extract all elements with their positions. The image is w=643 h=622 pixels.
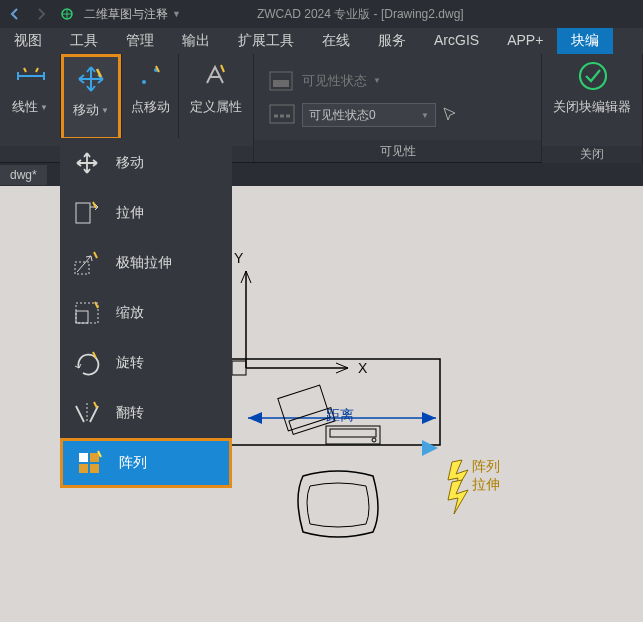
pointmove-icon: [134, 60, 166, 92]
linear-button[interactable]: 线性▼: [0, 54, 60, 146]
move-label: 移动: [73, 101, 99, 119]
dropdown-stretch-label: 拉伸: [116, 204, 144, 222]
dropdown-flip[interactable]: 翻转: [60, 388, 232, 438]
menu-blockedit[interactable]: 块编: [557, 28, 613, 54]
menu-output[interactable]: 输出: [168, 28, 224, 54]
defattr-button[interactable]: 定义属性: [179, 54, 253, 146]
svg-rect-18: [75, 262, 89, 274]
dropdown-rotate-label: 旋转: [116, 354, 144, 372]
check-circle-icon: [576, 60, 608, 92]
dropdown-scale-label: 缩放: [116, 304, 144, 322]
visstate-button[interactable]: 可见性状态 ▼: [262, 65, 470, 97]
array-canvas-label: 阵列: [472, 458, 500, 476]
pointmove-button[interactable]: 点移动: [122, 54, 178, 146]
svg-rect-12: [278, 385, 330, 431]
svg-rect-5: [270, 105, 294, 123]
dropdown-stretch[interactable]: 拉伸: [60, 188, 232, 238]
svg-rect-15: [330, 429, 376, 437]
stretch-icon: [72, 198, 102, 228]
svg-rect-17: [76, 203, 90, 223]
svg-rect-7: [230, 359, 440, 445]
workspace-dropdown[interactable]: 二维草图与注释▼: [84, 6, 181, 23]
workspace-icon[interactable]: [58, 5, 76, 23]
chevron-down-icon: ▼: [101, 106, 109, 115]
axis-y-label: Y: [234, 250, 243, 266]
svg-rect-24: [90, 464, 99, 473]
dropdown-rotate[interactable]: 旋转: [60, 338, 232, 388]
move-icon: [75, 63, 107, 95]
svg-rect-23: [79, 464, 88, 473]
chevron-down-icon: ▼: [421, 111, 429, 120]
chevron-down-icon: ▼: [40, 103, 48, 112]
menu-arcgis[interactable]: ArcGIS: [420, 28, 493, 54]
dropdown-move-label: 移动: [116, 154, 144, 172]
menu-service[interactable]: 服务: [364, 28, 420, 54]
visibility-panel-label: 可见性: [254, 140, 541, 162]
menu-view[interactable]: 视图: [0, 28, 56, 54]
chevron-down-icon: ▼: [172, 9, 181, 19]
vis-icon2: [268, 103, 296, 128]
document-tab-label: dwg*: [10, 168, 37, 182]
visibility-value: 可见性状态0: [309, 107, 376, 124]
menu-online[interactable]: 在线: [308, 28, 364, 54]
svg-rect-21: [79, 453, 88, 462]
dropdown-polar-stretch-label: 极轴拉伸: [116, 254, 172, 272]
workspace-name: 二维草图与注释: [84, 6, 168, 23]
close-editor-button[interactable]: 关闭块编辑器: [542, 54, 642, 146]
svg-rect-19: [76, 311, 88, 323]
svg-rect-20: [76, 303, 98, 323]
svg-rect-22: [90, 453, 99, 462]
document-tab[interactable]: dwg*: [0, 165, 47, 185]
title-bar: 二维草图与注释▼ ZWCAD 2024 专业版 - [Drawing2.dwg]: [0, 0, 643, 28]
axis-x-label: X: [358, 360, 367, 376]
close-editor-label: 关闭块编辑器: [553, 98, 631, 116]
svg-point-6: [580, 63, 606, 89]
polar-stretch-icon: [72, 248, 102, 278]
dropdown-array-label: 阵列: [119, 454, 147, 472]
distance-label: 距离: [326, 407, 354, 425]
history-back-icon[interactable]: [6, 5, 24, 23]
linear-icon: [14, 60, 46, 92]
cursor-icon[interactable]: [442, 106, 464, 125]
history-fwd-icon[interactable]: [32, 5, 50, 23]
defattr-icon: [200, 60, 232, 92]
move-dropdown-menu: 移动 拉伸 极轴拉伸 缩放 旋转 翻转 阵列: [60, 138, 232, 488]
array-icon: [75, 448, 105, 478]
chevron-down-icon: ▼: [373, 76, 381, 85]
move-button[interactable]: 移动▼: [61, 54, 121, 140]
close-panel-label: 关闭: [542, 146, 642, 163]
dropdown-polar-stretch[interactable]: 极轴拉伸: [60, 238, 232, 288]
menu-bar: 视图 工具 管理 输出 扩展工具 在线 服务 ArcGIS APP+ 块编: [0, 28, 643, 54]
flip-icon: [72, 398, 102, 428]
svg-point-16: [372, 438, 376, 442]
visibility-combo[interactable]: 可见性状态0 ▼: [302, 103, 436, 127]
stretch-canvas-label: 拉伸: [472, 476, 500, 494]
menu-appplus[interactable]: APP+: [493, 28, 557, 54]
menu-tools[interactable]: 工具: [56, 28, 112, 54]
menu-extensions[interactable]: 扩展工具: [224, 28, 308, 54]
svg-rect-4: [273, 80, 289, 87]
linear-label: 线性: [12, 98, 38, 116]
dropdown-move[interactable]: 移动: [60, 138, 232, 188]
svg-rect-8: [232, 361, 246, 375]
panel-label-empty: [0, 146, 60, 162]
dropdown-array[interactable]: 阵列: [60, 438, 232, 488]
visstate-label: 可见性状态: [302, 72, 367, 90]
visstate-icon: [266, 67, 296, 95]
app-title: ZWCAD 2024 专业版 - [Drawing2.dwg]: [257, 6, 464, 23]
scale-icon: [72, 298, 102, 328]
menu-manage[interactable]: 管理: [112, 28, 168, 54]
move-icon: [72, 148, 102, 178]
defattr-label: 定义属性: [190, 98, 242, 116]
dropdown-flip-label: 翻转: [116, 404, 144, 422]
svg-point-1: [142, 80, 146, 84]
dropdown-scale[interactable]: 缩放: [60, 288, 232, 338]
pointmove-label: 点移动: [131, 98, 170, 116]
rotate-icon: [72, 348, 102, 378]
